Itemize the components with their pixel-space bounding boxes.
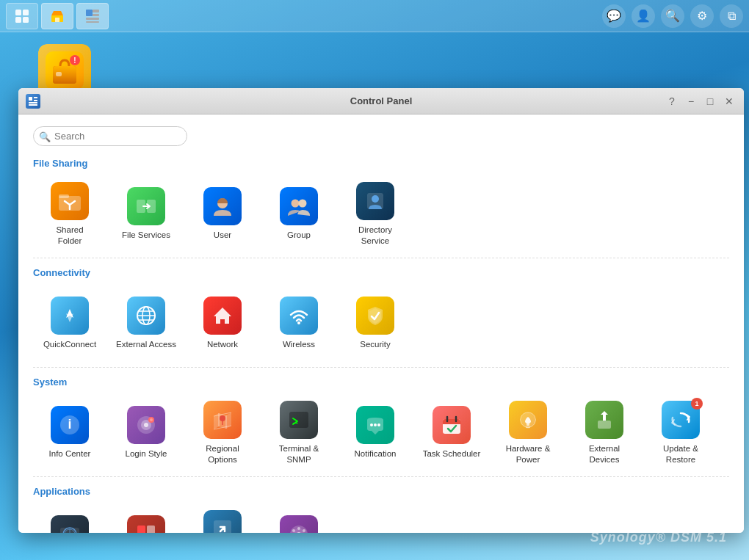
network-item[interactable]: Network bbox=[186, 287, 259, 357]
taskbar-apps-btn[interactable] bbox=[6, 3, 38, 29]
update-restore-item[interactable]: 1 Update &Restore bbox=[644, 396, 717, 466]
terminal-snmp-label: Terminal &SNMP bbox=[279, 443, 319, 465]
svg-rect-3 bbox=[23, 17, 29, 23]
media-library-item[interactable]: Media Library bbox=[262, 506, 336, 533]
shared-folder-item[interactable]: SharedFolder bbox=[33, 178, 106, 247]
window-titlebar: Control Panel ? − □ ✕ bbox=[18, 88, 744, 114]
file-sharing-grid: SharedFolder File Services bbox=[33, 178, 729, 247]
directory-service-item[interactable]: DirectoryService bbox=[339, 178, 412, 247]
network-label: Network bbox=[207, 339, 238, 350]
info-center-icon-box: i bbox=[51, 406, 89, 444]
notification-label: Notification bbox=[355, 448, 397, 459]
svg-rect-65 bbox=[147, 526, 155, 533]
notification-item[interactable]: Notification bbox=[339, 396, 412, 466]
taskbar-control-btn[interactable] bbox=[76, 3, 109, 29]
windows-taskbar-btn[interactable]: ⧉ bbox=[720, 4, 743, 28]
user-taskbar-btn[interactable]: 👤 bbox=[632, 4, 655, 28]
security-item[interactable]: Security bbox=[339, 287, 412, 357]
svg-rect-21 bbox=[29, 104, 37, 106]
window-minimize-btn[interactable]: − bbox=[684, 94, 698, 109]
user-item[interactable]: User bbox=[186, 178, 259, 247]
applications-grid: Web Services Privileges bbox=[33, 506, 729, 533]
svg-rect-64 bbox=[137, 526, 145, 533]
network-icon-box bbox=[203, 297, 242, 335]
window-close-btn[interactable]: ✕ bbox=[722, 94, 737, 109]
terminal-snmp-item[interactable]: _ Terminal &SNMP bbox=[262, 396, 336, 466]
login-style-item[interactable]: Login Style bbox=[109, 396, 183, 466]
privileges-icon-box bbox=[127, 515, 165, 533]
taskbar-store-btn[interactable] bbox=[41, 3, 73, 29]
quickconnect-label: QuickConnect bbox=[43, 339, 96, 350]
update-restore-wrapper: 1 bbox=[662, 401, 700, 439]
user-icon-box bbox=[203, 187, 242, 225]
regional-options-label: RegionalOptions bbox=[206, 443, 239, 465]
application-portal-icon-box bbox=[203, 510, 242, 533]
directory-service-label: DirectoryService bbox=[358, 225, 392, 247]
media-library-icon-box bbox=[280, 515, 318, 533]
svg-point-72 bbox=[297, 527, 300, 530]
search-taskbar-btn[interactable]: 🔍 bbox=[661, 4, 684, 28]
svg-rect-56 bbox=[527, 423, 529, 426]
web-services-icon-box bbox=[51, 515, 89, 533]
svg-rect-6 bbox=[86, 10, 93, 16]
info-center-item[interactable]: i Info Center bbox=[33, 396, 106, 466]
svg-rect-0 bbox=[15, 10, 21, 15]
svg-point-28 bbox=[299, 200, 307, 208]
chat-taskbar-btn[interactable]: 💬 bbox=[602, 4, 626, 28]
svg-point-73 bbox=[303, 529, 305, 532]
file-services-item[interactable]: File Services bbox=[109, 178, 183, 247]
task-scheduler-icon-box bbox=[433, 406, 471, 444]
svg-point-27 bbox=[292, 200, 300, 208]
window-maximize-btn[interactable]: □ bbox=[703, 94, 717, 109]
security-icon-box bbox=[356, 297, 394, 335]
quickconnect-icon-box bbox=[51, 297, 89, 335]
notification-icon-box bbox=[356, 406, 394, 444]
svg-rect-1 bbox=[23, 10, 29, 15]
terminal-snmp-icon-box: _ bbox=[280, 401, 318, 439]
shared-folder-label: SharedFolder bbox=[56, 225, 83, 247]
svg-rect-19 bbox=[34, 100, 37, 101]
update-restore-label: Update &Restore bbox=[663, 443, 698, 465]
application-portal-item[interactable]: ApplicationPortal bbox=[186, 506, 259, 533]
svg-rect-45 bbox=[289, 412, 308, 428]
external-devices-icon-box bbox=[585, 401, 623, 439]
user-label: User bbox=[214, 230, 231, 241]
settings-taskbar-btn[interactable]: ⚙ bbox=[690, 4, 714, 28]
regional-options-item[interactable]: RegionalOptions bbox=[186, 396, 259, 466]
group-item[interactable]: Group bbox=[262, 178, 336, 247]
quickconnect-item[interactable]: QuickConnect bbox=[33, 287, 106, 357]
svg-rect-2 bbox=[15, 17, 21, 23]
external-devices-label: ExternalDevices bbox=[589, 443, 620, 465]
task-scheduler-item[interactable]: Task Scheduler bbox=[415, 396, 488, 466]
login-style-label: Login Style bbox=[126, 448, 167, 459]
svg-rect-57 bbox=[598, 421, 611, 429]
wireless-label: Wireless bbox=[283, 339, 315, 350]
hardware-power-label: Hardware &Power bbox=[506, 443, 551, 465]
svg-rect-8 bbox=[93, 14, 99, 16]
external-access-label: External Access bbox=[116, 339, 176, 350]
svg-rect-7 bbox=[93, 10, 99, 12]
shared-folder-icon-box bbox=[51, 182, 89, 220]
file-services-label: File Services bbox=[122, 230, 170, 241]
search-input[interactable] bbox=[33, 126, 187, 146]
wireless-item[interactable]: Wireless bbox=[262, 287, 336, 357]
synology-brand: Synology® DSM 5.1 bbox=[590, 530, 727, 545]
window-help-btn[interactable]: ? bbox=[665, 94, 679, 109]
connectivity-divider bbox=[33, 258, 729, 258]
external-access-icon-box bbox=[127, 297, 165, 335]
hardware-power-icon-box bbox=[509, 401, 547, 439]
external-devices-item[interactable]: ExternalDevices bbox=[568, 396, 641, 466]
web-services-item[interactable]: Web Services bbox=[33, 506, 106, 533]
system-divider bbox=[33, 367, 729, 368]
svg-point-41 bbox=[144, 423, 148, 427]
window-app-icon bbox=[26, 94, 40, 109]
hardware-power-item[interactable]: Hardware &Power bbox=[491, 396, 565, 466]
system-heading: System bbox=[33, 377, 729, 388]
privileges-item[interactable]: Privileges bbox=[109, 506, 183, 533]
svg-rect-10 bbox=[86, 21, 99, 23]
directory-service-icon-box bbox=[356, 182, 394, 220]
svg-point-47 bbox=[370, 423, 373, 426]
external-access-item[interactable]: External Access bbox=[109, 287, 183, 357]
info-center-label: Info Center bbox=[49, 448, 91, 459]
control-panel-window: Control Panel ? − □ ✕ 🔍 File Sharing bbox=[18, 88, 744, 533]
